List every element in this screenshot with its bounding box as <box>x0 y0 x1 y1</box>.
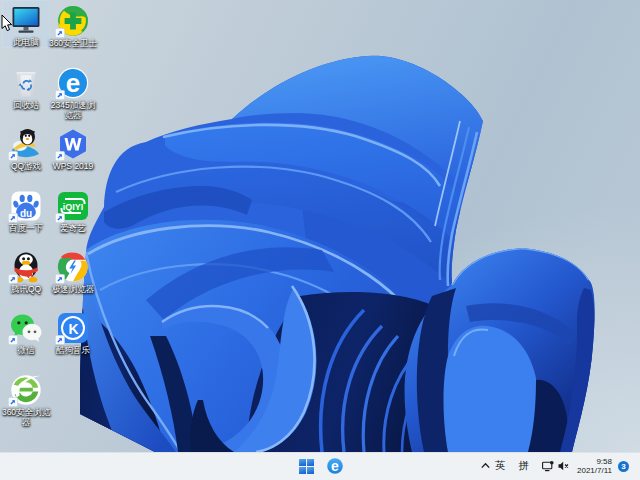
svg-text:du: du <box>20 208 32 219</box>
svg-text:e: e <box>66 68 80 98</box>
svg-text:K: K <box>68 321 78 337</box>
svg-text:iQIYI: iQIYI <box>63 202 84 212</box>
svg-text:e: e <box>331 458 339 474</box>
